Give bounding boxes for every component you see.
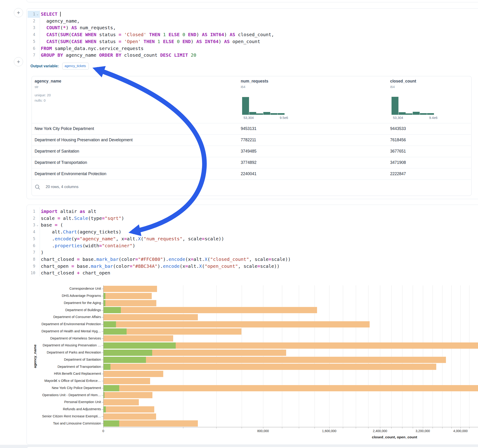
- annotation-arrow: [0, 0, 478, 448]
- next-cell-edge: [26, 447, 478, 448]
- notebook-canvas: + + 1⌄SELECT 2 agency_name,3 COUNT(*) AS…: [0, 0, 478, 448]
